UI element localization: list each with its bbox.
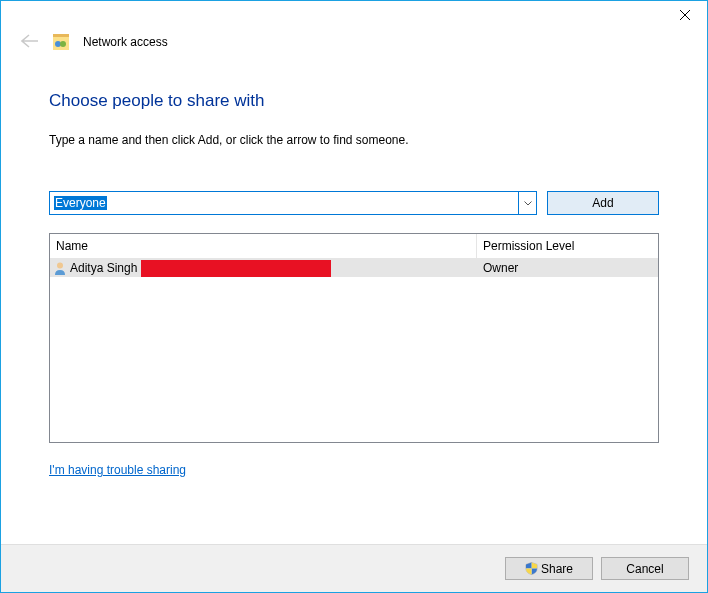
dialog-footer: Share Cancel	[1, 544, 707, 592]
combobox-text[interactable]: Everyone	[50, 192, 518, 214]
people-table: Name Permission Level Aditya Singh Owner	[49, 233, 659, 443]
back-arrow-icon	[21, 33, 39, 51]
cell-name-text: Aditya Singh	[70, 261, 137, 275]
close-button[interactable]	[662, 1, 707, 29]
column-header-permission[interactable]: Permission Level	[477, 234, 658, 258]
close-icon	[680, 10, 690, 20]
svg-rect-3	[53, 34, 69, 37]
cell-name: Aditya Singh	[50, 260, 477, 277]
cell-permission: Owner	[477, 261, 658, 275]
people-combobox[interactable]: Everyone	[49, 191, 537, 215]
combobox-selection: Everyone	[54, 196, 107, 210]
content-area: Choose people to share with Type a name …	[1, 65, 707, 544]
redacted-block	[141, 260, 331, 277]
header-title: Network access	[83, 35, 168, 49]
chevron-down-icon	[524, 201, 532, 206]
combobox-dropdown-button[interactable]	[518, 192, 536, 214]
share-button-label: Share	[541, 562, 573, 576]
user-icon	[53, 261, 67, 275]
table-row[interactable]: Aditya Singh Owner	[50, 259, 658, 277]
trouble-sharing-link[interactable]: I'm having trouble sharing	[49, 463, 186, 477]
table-header: Name Permission Level	[50, 234, 658, 259]
svg-point-6	[57, 263, 63, 269]
network-access-icon	[53, 34, 69, 50]
instruction-text: Type a name and then click Add, or click…	[49, 133, 659, 147]
input-row: Everyone Add	[49, 191, 659, 215]
add-button[interactable]: Add	[547, 191, 659, 215]
main-heading: Choose people to share with	[49, 91, 659, 111]
header-row: Network access	[1, 33, 707, 65]
cancel-button[interactable]: Cancel	[601, 557, 689, 580]
dialog-window: Network access Choose people to share wi…	[0, 0, 708, 593]
share-button[interactable]: Share	[505, 557, 593, 580]
shield-icon	[525, 562, 538, 575]
column-header-name[interactable]: Name	[50, 234, 477, 258]
titlebar	[1, 1, 707, 33]
svg-point-5	[60, 41, 66, 47]
